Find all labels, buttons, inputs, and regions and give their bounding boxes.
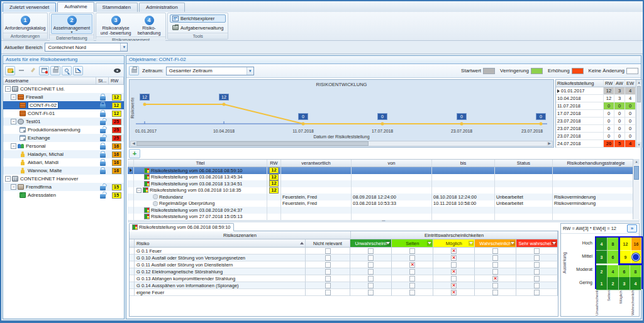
matrix-cell[interactable]: 2 <box>608 277 619 290</box>
column-moeglich[interactable]: Möglich <box>433 239 475 248</box>
matrix-cell[interactable]: 3 <box>596 251 608 264</box>
column-von[interactable]: von <box>352 160 432 167</box>
tree-item[interactable]: Wannow, Malte 16 <box>3 167 124 175</box>
checkbox-moeglich-checked[interactable] <box>451 248 457 254</box>
zeitraum-select[interactable]: Gesamter Zeitraum ▼ <box>166 67 254 75</box>
tree-item[interactable]: −CONTECHNET Hannover <box>3 175 124 183</box>
checkbox-unwahrscheinlich[interactable] <box>368 276 374 282</box>
history-row[interactable]: 24.07.2018 20 5 4 <box>556 140 641 148</box>
scenario-row[interactable]: G 0.14 Ausspähen von Informationen (Spio… <box>130 282 558 289</box>
history-row[interactable]: 23.07.2018 0 0 0 <box>556 133 641 140</box>
checkbox-sehr-wahrscheinlich[interactable] <box>534 283 540 288</box>
collapse-icon[interactable]: − <box>136 188 142 193</box>
search-button[interactable] <box>62 66 72 75</box>
feststellung-row-selected[interactable]: Risikofeststellung vom 06.08.2018 08:59:… <box>128 167 640 174</box>
column-unwahrscheinlich[interactable]: Unwahrscheinli <box>350 239 392 248</box>
filter-icon[interactable] <box>386 241 391 246</box>
filter-icon[interactable] <box>552 241 557 246</box>
checkbox-moeglich[interactable] <box>451 262 457 268</box>
history-row[interactable]: 23.07.2018 0 0 0 <box>556 118 641 125</box>
feststellung-row[interactable]: Risikofeststellung vom 03.08.2018 13:45:… <box>128 174 640 181</box>
scroll-right-icon[interactable]: ▶ <box>547 141 552 146</box>
matrix-cell[interactable]: 6 <box>619 265 630 278</box>
column-rw[interactable]: RW <box>604 80 614 87</box>
checkbox-moeglich-checked[interactable] <box>451 290 457 295</box>
tab-zuletzt-verwendet[interactable]: Zuletzt verwendet <box>3 3 56 12</box>
checkbox-nicht-relevant[interactable] <box>325 290 331 295</box>
matrix-cell[interactable]: 2 <box>596 265 608 278</box>
visibility-button[interactable] <box>112 66 122 75</box>
checkbox-moeglich-checked[interactable] <box>451 255 457 261</box>
scenario-row[interactable]: eigene Feuer <box>130 289 558 296</box>
column-strategie[interactable]: Risikobehandlungsstrategie <box>553 160 640 167</box>
checkbox-selten[interactable] <box>409 290 415 295</box>
matrix-cell[interactable]: 4 <box>596 238 608 251</box>
history-row[interactable]: 17.07.2018 0 0 0 <box>556 110 641 118</box>
tree-item[interactable]: Produktionsanwendung 25 <box>3 126 124 134</box>
matrix-cell[interactable]: 4 <box>608 265 619 278</box>
column-wahrscheinlich[interactable]: Wahrscheinlich <box>475 239 516 248</box>
checkbox-selten[interactable] <box>409 269 415 275</box>
scenario-row[interactable]: G 0.13 Abfangen kompromittierender Strah… <box>130 275 558 282</box>
checkbox-unwahrscheinlich[interactable] <box>368 283 374 288</box>
checkbox-selten-checked[interactable] <box>409 262 415 268</box>
checkbox-wahrscheinlich[interactable] <box>492 290 498 295</box>
tab-administration[interactable]: Administration <box>139 3 185 12</box>
matrix-cell[interactable]: 8 <box>630 265 641 278</box>
checkbox-nicht-relevant[interactable] <box>325 248 331 254</box>
print-chart-button[interactable] <box>129 66 139 75</box>
matrix-cell[interactable]: 3 <box>619 277 630 290</box>
berichtsexplorer-button[interactable]: Berichtsexplorer <box>170 14 226 23</box>
column-status[interactable]: Status <box>495 160 553 167</box>
feststellung-row[interactable]: Risikofeststellung vom 03.08.2018 13:34:… <box>128 180 640 187</box>
checkbox-wahrscheinlich[interactable] <box>492 255 498 261</box>
checkbox-wahrscheinlich[interactable] <box>492 283 498 288</box>
column-risikofeststellung[interactable]: Risikofeststellung <box>556 80 604 87</box>
tree-item-selected[interactable]: CONT-Fi-02 12 <box>3 101 124 109</box>
tree-item[interactable]: Exchange 25 <box>3 134 124 142</box>
scrollbar-thumb[interactable] <box>136 141 369 146</box>
scenario-row[interactable]: G 0.1 Feuer <box>130 248 558 255</box>
assign-asset-button[interactable] <box>39 66 49 75</box>
collapse-icon[interactable]: − <box>11 184 16 190</box>
scrollbar-thumb[interactable] <box>634 166 639 180</box>
filter-icon[interactable] <box>510 241 515 246</box>
checkbox-unwahrscheinlich[interactable] <box>368 248 374 254</box>
tree-item[interactable]: Adressdaten 15 <box>3 191 124 199</box>
collapse-icon[interactable]: − <box>11 94 16 100</box>
scenario-row[interactable]: G 0.11 Ausfall oder Störung von Dienstle… <box>130 261 558 268</box>
scenario-row[interactable]: G 0.10 Ausfall oder Störung von Versorgu… <box>130 255 558 261</box>
collapse-icon[interactable]: − <box>5 176 11 182</box>
checkbox-sehr-wahrscheinlich[interactable] <box>534 248 540 254</box>
history-row[interactable]: 10.04.2018 12 3 4 <box>556 95 641 102</box>
feststellung-row[interactable]: Risikofeststellung vom 03.08.2018 09:24:… <box>128 207 640 214</box>
expand-matrix-button[interactable]: » <box>627 224 637 233</box>
checkbox-selten[interactable] <box>409 276 415 282</box>
column-bis[interactable]: bis <box>432 160 495 167</box>
area-select[interactable]: Contechnet Nord ▼ <box>45 43 128 52</box>
tab-risikofeststellung[interactable]: Risikofeststellung vom 06.08.2018 08:59:… <box>129 223 234 231</box>
tab-stammdaten[interactable]: Stammdaten <box>96 3 138 12</box>
massnahme-row[interactable]: Redundanz Feuerstein, Fred 08.09.2018 12… <box>128 194 640 200</box>
matrix-cell[interactable]: 6 <box>608 251 619 264</box>
chart-view-button[interactable] <box>73 66 83 75</box>
chart-horizontal-scrollbar[interactable]: ◀ ▶ <box>130 141 553 146</box>
tab-aufnahme[interactable]: Aufnahme <box>57 2 94 12</box>
column-titel[interactable]: Titel <box>134 160 267 167</box>
risikobehandlung-button[interactable]: 4 Risiko-behandlung <box>134 14 164 36</box>
column-rw[interactable]: RW <box>109 77 124 84</box>
splitter-handle[interactable]: ••• <box>128 220 640 222</box>
add-asset-button[interactable] <box>5 66 15 75</box>
scroll-left-icon[interactable]: ◀ <box>131 141 136 146</box>
scroll-up-icon[interactable]: ▲ <box>636 80 641 85</box>
column-status[interactable]: St... <box>96 77 109 84</box>
collapse-icon[interactable]: − <box>5 86 11 92</box>
tree-item[interactable]: Akbari, Mahdi 16 <box>3 158 124 167</box>
checkbox-nicht-relevant[interactable] <box>325 269 331 275</box>
history-row[interactable]: 01.01.2017 12 3 4 <box>556 87 641 95</box>
filter-icon[interactable] <box>427 241 432 246</box>
checkbox-wahrscheinlich-checked[interactable] <box>492 276 498 282</box>
column-risiko[interactable]: Risiko <box>135 239 306 248</box>
checkbox-selten[interactable] <box>409 255 415 261</box>
scroll-up-icon[interactable]: ▲ <box>633 159 640 165</box>
